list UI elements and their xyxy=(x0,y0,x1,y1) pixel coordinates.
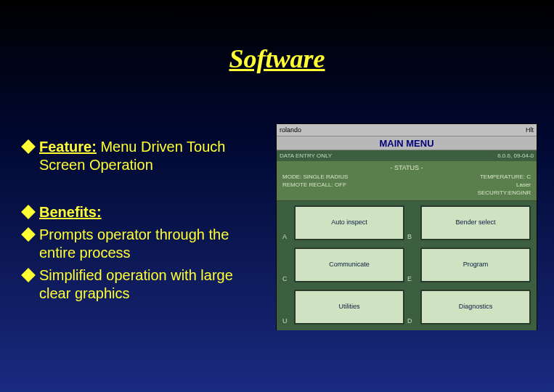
titlebar-right: Hlt xyxy=(526,126,534,134)
bender-select-button[interactable]: Bender select xyxy=(420,205,531,240)
program-button[interactable]: Program xyxy=(420,248,531,282)
benefit-2: Simplified operation with large clear gr… xyxy=(22,266,261,303)
status-mode: MODE: SINGLE RADIUS xyxy=(282,173,407,180)
feature-text: Feature: Menu Driven Touch Screen Operat… xyxy=(39,138,261,174)
communicate-button[interactable]: Communicate xyxy=(294,248,404,282)
status-security: SECURITY:ENGINR xyxy=(407,189,531,196)
status-grid: MODE: SINGLE RADIUS TEMPERATURE: C REMOT… xyxy=(282,173,531,196)
info-bar: DATA ENTRY ONLY 6.0.6, 09-04-0 xyxy=(277,150,537,161)
feature-label: Feature: xyxy=(39,139,97,155)
diagnostics-button[interactable]: Diagnostics xyxy=(420,290,531,324)
row-label-c: C xyxy=(282,275,291,282)
info-left: DATA ENTRY ONLY xyxy=(280,152,332,159)
row-label-d: D xyxy=(407,317,417,324)
row-label-a: A xyxy=(282,233,291,240)
diamond-icon xyxy=(21,227,36,242)
status-temperature: TEMPERATURE: C xyxy=(407,173,531,180)
titlebar-left: rolando xyxy=(280,126,301,134)
row-label-u: U xyxy=(282,317,291,324)
status-title: - STATUS - xyxy=(282,164,531,171)
info-right: 6.0.6, 09-04-0 xyxy=(497,152,534,159)
embedded-screenshot: rolando Hlt MAIN MENU DATA ENTRY ONLY 6.… xyxy=(276,123,537,330)
status-laser: Laser xyxy=(407,181,531,188)
slide-title: Software xyxy=(0,44,554,74)
row-label-e: E xyxy=(407,275,417,282)
benefits-bullet: Benefits: xyxy=(22,203,261,221)
status-blank xyxy=(282,189,407,196)
bullets-column: Feature: Menu Driven Touch Screen Operat… xyxy=(22,138,261,307)
window-titlebar: rolando Hlt xyxy=(277,124,537,136)
main-menu-header: MAIN MENU xyxy=(277,136,537,150)
benefits-label: Benefits: xyxy=(39,203,261,221)
benefit-1: Prompts operator through the entire proc… xyxy=(22,226,261,262)
utilities-button[interactable]: Utilities xyxy=(294,290,404,324)
status-remote: REMOTE RECALL: OFF xyxy=(282,181,407,188)
row-label-b: B xyxy=(407,233,417,240)
auto-inspect-button[interactable]: Auto inspect xyxy=(294,205,404,240)
status-panel: - STATUS - MODE: SINGLE RADIUS TEMPERATU… xyxy=(277,161,537,201)
diamond-icon xyxy=(21,268,36,282)
benefit-2-text: Simplified operation with large clear gr… xyxy=(39,266,261,303)
feature-bullet: Feature: Menu Driven Touch Screen Operat… xyxy=(22,138,261,174)
diamond-icon xyxy=(21,205,36,219)
diamond-icon xyxy=(21,139,36,154)
menu-button-grid: A Auto inspect B Bender select C Communi… xyxy=(277,201,537,330)
benefit-1-text: Prompts operator through the entire proc… xyxy=(39,226,261,262)
